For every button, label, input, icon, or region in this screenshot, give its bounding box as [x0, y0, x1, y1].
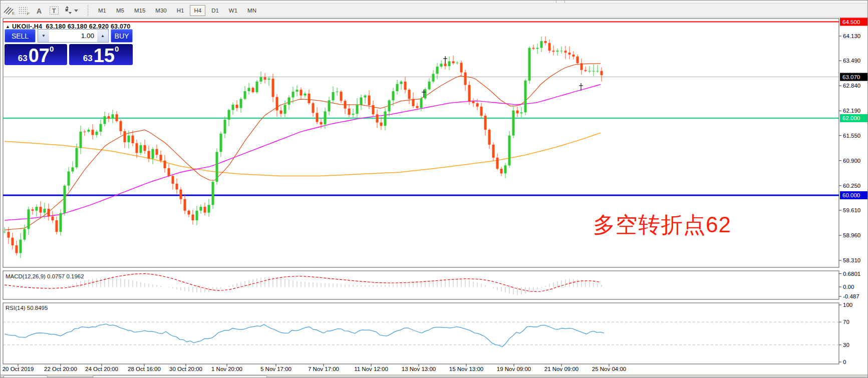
svg-text:25 Nov 04:00: 25 Nov 04:00: [592, 366, 626, 372]
text-box-tool-icon[interactable]: T: [47, 5, 61, 17]
svg-text:0: 0: [843, 359, 846, 365]
timeframe-button-m1[interactable]: M1: [94, 5, 110, 16]
toolbar-grip[interactable]: [87, 5, 89, 16]
svg-text:58.310: 58.310: [843, 257, 860, 263]
chart-text-annotation: 多空转折点62: [593, 210, 731, 240]
timeframe-bar: M1M5M15M30H1H4D1W1MN: [93, 5, 261, 16]
svg-text:58.960: 58.960: [843, 232, 860, 238]
svg-text:64.130: 64.130: [843, 33, 860, 39]
timeframe-button-m15[interactable]: M15: [130, 5, 149, 16]
svg-text:62.190: 62.190: [843, 108, 860, 114]
arrows-tool-icon[interactable]: [62, 5, 79, 17]
timeframe-button-mn[interactable]: MN: [243, 5, 260, 16]
svg-text:28 Oct 16:00: 28 Oct 16:00: [128, 366, 161, 372]
mt4-window: EFAT M1M5M15M30H1H4D1W1MN MACD(12,26,9) …: [0, 0, 868, 378]
one-click-trading-panel: SELL ▼ ▲ BUY 63070 63150: [5, 29, 133, 65]
svg-text:0.6801: 0.6801: [843, 271, 860, 277]
chart-tab[interactable]: [93, 375, 267, 378]
buy-price-quote[interactable]: 63150: [69, 44, 133, 65]
svg-text:22 Oct 20:00: 22 Oct 20:00: [44, 366, 77, 372]
svg-text:11 Nov 12:00: 11 Nov 12:00: [354, 366, 388, 372]
macd-label: MACD(12,26,9) 0.0757 0.1962: [6, 273, 84, 279]
svg-text:T: T: [52, 8, 56, 15]
timeframe-button-h4[interactable]: H4: [190, 5, 205, 16]
text-label-tool-icon[interactable]: A: [32, 5, 46, 17]
rsi-label: RSI(14) 50.8495: [6, 305, 48, 311]
svg-text:15 Nov 13:00: 15 Nov 13:00: [449, 366, 483, 372]
svg-text:21 Nov 09:00: 21 Nov 09:00: [544, 366, 578, 372]
svg-text:13 Nov 13:00: 13 Nov 13:00: [402, 366, 436, 372]
toolbar-separator: [564, 1, 565, 3]
svg-text:62.840: 62.840: [843, 83, 860, 89]
volume-input[interactable]: [49, 30, 97, 42]
svg-text:20 Oct 2019: 20 Oct 2019: [3, 366, 34, 372]
volume-decrease-button[interactable]: ▼: [38, 30, 49, 42]
toolbar: EFAT M1M5M15M30H1H4D1W1MN: [1, 4, 868, 18]
svg-text:E: E: [12, 11, 15, 16]
svg-text:24 Oct 20:00: 24 Oct 20:00: [85, 366, 118, 372]
pane-frame: [3, 303, 839, 364]
chart-tabs-strip: [1, 374, 868, 378]
svg-text:-0.487: -0.487: [843, 293, 859, 299]
svg-text:64.500: 64.500: [842, 19, 860, 25]
volume-stepper: ▼ ▲: [38, 29, 109, 43]
timeframe-button-h1[interactable]: H1: [173, 5, 188, 16]
svg-text:30 Oct 20:00: 30 Oct 20:00: [169, 366, 202, 372]
svg-text:62.000: 62.000: [842, 115, 860, 121]
svg-text:60.000: 60.000: [842, 192, 860, 198]
buy-button[interactable]: BUY: [111, 29, 133, 43]
timeframe-button-m5[interactable]: M5: [112, 5, 128, 16]
svg-text:7 Nov 17:00: 7 Nov 17:00: [308, 366, 339, 372]
volume-increase-button[interactable]: ▲: [97, 30, 108, 42]
svg-text:63.490: 63.490: [843, 58, 860, 64]
svg-text:100: 100: [843, 302, 852, 308]
svg-text:60.250: 60.250: [843, 183, 860, 189]
svg-text:60.900: 60.900: [843, 158, 860, 164]
svg-text:70: 70: [843, 319, 849, 325]
svg-text:5 Nov 17:00: 5 Nov 17:00: [260, 366, 292, 372]
svg-text:61.550: 61.550: [843, 133, 860, 139]
timeframe-button-m30[interactable]: M30: [151, 5, 170, 16]
channels-tool-icon[interactable]: E: [2, 5, 16, 17]
svg-text:0.00: 0.00: [843, 284, 854, 290]
caret-up-icon: ▲: [101, 34, 105, 38]
svg-text:A: A: [37, 7, 42, 15]
svg-text:1 Nov 20:00: 1 Nov 20:00: [211, 366, 242, 372]
collapse-arrow-icon[interactable]: ▲: [6, 24, 10, 29]
timeframe-button-w1[interactable]: W1: [225, 5, 241, 16]
svg-text:63.070: 63.070: [842, 74, 860, 80]
fibonacci-tool-icon[interactable]: F: [17, 5, 31, 17]
chart-tab[interactable]: [4, 375, 48, 378]
sell-button[interactable]: SELL: [5, 29, 36, 43]
svg-text:30: 30: [843, 342, 849, 348]
timeframe-button-d1[interactable]: D1: [207, 5, 223, 16]
toolbar-separator: [556, 1, 556, 3]
caret-down-icon: ▼: [42, 34, 46, 38]
svg-text:19 Nov 09:00: 19 Nov 09:00: [497, 366, 531, 372]
sell-price-quote[interactable]: 63070: [5, 44, 67, 65]
svg-text:F: F: [27, 12, 30, 16]
svg-text:59.610: 59.610: [843, 207, 860, 213]
